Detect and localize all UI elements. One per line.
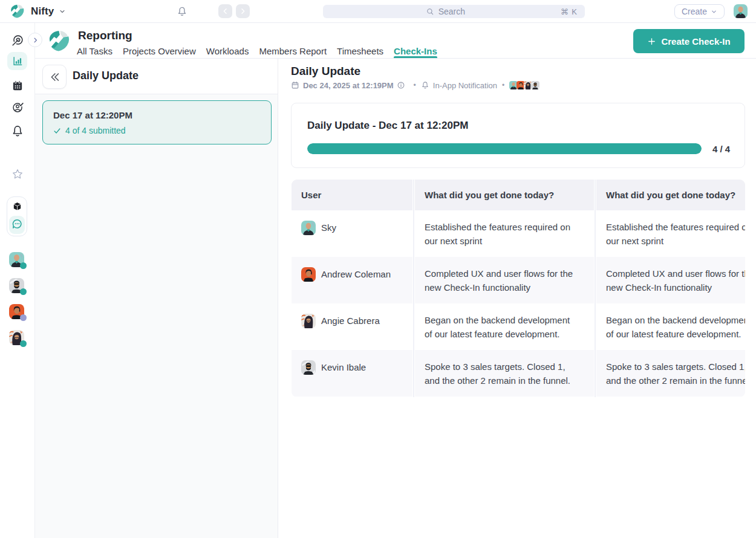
participants-avatars[interactable] xyxy=(509,81,538,89)
user-avatar xyxy=(301,360,316,375)
page-title: Reporting xyxy=(78,29,132,42)
check-in-date: Dec 17 at 12:20PM xyxy=(53,110,260,120)
sidebar-member-avatar[interactable] xyxy=(9,252,24,267)
user-avatar[interactable] xyxy=(734,4,748,18)
double-chevron-left-icon xyxy=(49,71,60,83)
report-tabs: All Tasks Projects Overview Workloads Me… xyxy=(77,44,437,58)
tab[interactable]: Members Report xyxy=(259,44,327,58)
info-icon[interactable] xyxy=(397,81,405,89)
tab[interactable]: All Tasks xyxy=(77,44,112,58)
nifty-logo-icon xyxy=(10,4,24,18)
calendar-icon xyxy=(291,81,299,89)
sidebar-item-calendar[interactable] xyxy=(0,80,35,92)
column-header-answer-2: What did you get done today? xyxy=(596,180,745,210)
create-button[interactable]: Create xyxy=(674,4,725,19)
goals-icon xyxy=(11,34,24,47)
user-cell: Andrew Coleman xyxy=(292,257,412,303)
responses-table: User SkyAndrew ColemanAngie CabreraKevin… xyxy=(292,180,745,397)
search-placeholder: Search xyxy=(438,7,465,16)
tab[interactable]: Check-Ins xyxy=(394,44,437,58)
user-avatar xyxy=(301,221,316,235)
user-name: Kevin Ibale xyxy=(321,360,366,375)
sidebar-item-favorites[interactable] xyxy=(0,168,35,180)
progress-card: Daily Update - Dec 17 at 12:20PM 4 / 4 xyxy=(291,103,745,168)
check-in-title: Daily Update xyxy=(291,65,360,78)
user-cell: Kevin Ibale xyxy=(292,350,412,397)
check-in-datetime: Dec 24, 2025 at 12:19PM xyxy=(303,81,394,90)
sidebar-item-reporting[interactable] xyxy=(0,55,35,67)
answer-cell: Completed UX and user flows for the new … xyxy=(596,257,745,303)
bell-icon xyxy=(421,81,429,89)
sidebar-member-avatar[interactable] xyxy=(9,278,24,293)
answer-cell: Completed UX and user flows for the new … xyxy=(415,257,594,303)
notification-type: In-App Notification xyxy=(433,81,497,90)
search-icon xyxy=(426,7,434,16)
check-icon xyxy=(53,127,61,135)
user-name: Andrew Coleman xyxy=(321,267,391,282)
answer-cell: Spoke to 3 sales targets. Closed 1, and … xyxy=(415,350,594,397)
collapse-panel-button[interactable] xyxy=(42,65,67,89)
sidebar-rail xyxy=(0,23,35,538)
sidebar-member-avatar[interactable] xyxy=(9,330,24,345)
sidebar-item-notifications[interactable] xyxy=(0,125,35,138)
column-divider xyxy=(594,180,596,397)
column-divider xyxy=(412,180,415,397)
tab[interactable]: Workloads xyxy=(206,44,249,58)
workspace-switcher[interactable]: Nifty xyxy=(10,4,66,18)
sidebar-item-modules[interactable] xyxy=(12,201,22,212)
notifications-icon xyxy=(11,125,24,138)
workspace-logo-icon xyxy=(48,30,70,51)
answer-cell: Established the features required on our… xyxy=(415,210,594,257)
workspace-name: Nifty xyxy=(31,5,54,18)
status-dot xyxy=(20,314,27,321)
status-dot xyxy=(20,340,27,347)
user-name: Sky xyxy=(321,221,336,235)
progress-label: 4 / 4 xyxy=(712,144,730,154)
sidebar-member-avatar[interactable] xyxy=(9,304,24,319)
check-in-status: 4 of 4 submitted xyxy=(65,126,126,135)
sidebar-tools-group xyxy=(7,196,27,236)
separator-dot: • xyxy=(414,81,416,89)
sidebar-item-my-work[interactable] xyxy=(0,101,35,114)
chevron-right-icon xyxy=(31,36,39,44)
check-in-list-panel: Daily Update Dec 17 at 12:20PM 4 of 4 su… xyxy=(35,59,278,538)
sidebar-item-chat[interactable] xyxy=(11,218,23,230)
expand-sidebar-button[interactable] xyxy=(28,33,42,47)
page-header: Reporting All Tasks Projects Overview Wo… xyxy=(35,23,756,59)
history-forward-button[interactable] xyxy=(236,4,250,18)
user-name: Angie Cabrera xyxy=(321,314,380,328)
create-check-in-button[interactable]: Create Check-In xyxy=(633,29,745,53)
progress-bar xyxy=(307,143,702,154)
answer-cell: Spoke to 3 sales targets. Closed 1, and … xyxy=(596,350,745,397)
answer-cell: Began on the backend development of our … xyxy=(596,303,745,350)
column-header-user: User xyxy=(292,180,412,210)
status-dot xyxy=(20,288,27,295)
chevron-down-icon xyxy=(711,8,717,15)
chat-icon xyxy=(11,218,23,230)
check-in-list-item[interactable]: Dec 17 at 12:20PM 4 of 4 submitted xyxy=(42,100,272,144)
create-button-label: Create xyxy=(682,7,707,16)
history-back-button[interactable] xyxy=(218,4,232,18)
create-check-in-label: Create Check-In xyxy=(661,36,730,47)
status-dot xyxy=(20,262,27,269)
top-bar: Nifty Search ⌘ K Create xyxy=(0,0,756,23)
tab[interactable]: Timesheets xyxy=(337,44,383,58)
user-cell: Angie Cabrera xyxy=(292,303,412,350)
check-in-detail: Daily Update Dec 24, 2025 at 12:19PM • I… xyxy=(278,59,756,538)
star-icon xyxy=(11,168,24,180)
tab[interactable]: Projects Overview xyxy=(123,44,196,58)
search-input[interactable]: Search ⌘ K xyxy=(323,5,585,18)
user-avatar xyxy=(301,267,316,282)
calendar-icon xyxy=(11,80,24,92)
check-in-name-title: Daily Update xyxy=(73,70,138,82)
check-in-meta: Dec 24, 2025 at 12:19PM • In-App Notific… xyxy=(291,80,538,90)
plus-icon xyxy=(647,37,656,46)
user-cell: Sky xyxy=(292,210,412,257)
search-shortcut: ⌘ K xyxy=(561,7,578,16)
reporting-icon xyxy=(11,55,24,67)
user-avatar xyxy=(301,314,316,328)
notifications-bell-icon[interactable] xyxy=(177,6,187,17)
answer-cell: Began on the backend development of our … xyxy=(415,303,594,350)
participant-avatar xyxy=(531,81,539,89)
answer-cell: Established the features required on our… xyxy=(596,210,745,257)
